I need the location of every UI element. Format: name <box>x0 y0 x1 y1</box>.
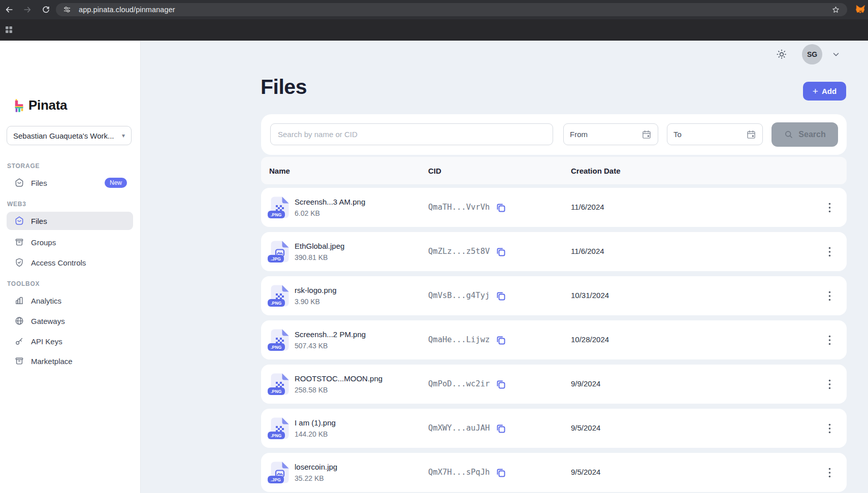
site-settings-icon[interactable] <box>63 6 71 16</box>
browser-refresh-button[interactable] <box>40 4 52 16</box>
sidebar-item-marketplace[interactable]: Marketplace <box>7 352 133 370</box>
address-bar[interactable]: app.pinata.cloud/pinmanager <box>56 3 847 16</box>
table-header: Name CID Creation Date <box>261 157 847 184</box>
search-input[interactable] <box>270 123 553 145</box>
tab-grid-icon[interactable] <box>5 26 13 36</box>
copy-cid-button[interactable] <box>495 422 507 435</box>
sidebar-item-label: Files <box>31 179 47 187</box>
table-row[interactable]: .JPG losercoin.jpg 35.22 KB QmX7H...sPqJ… <box>261 453 847 492</box>
file-name: EthGlobal.jpeg <box>295 242 344 250</box>
browser-forward-button[interactable] <box>21 4 34 16</box>
metamask-extension-icon[interactable] <box>855 4 866 17</box>
sidebar-item-files-storage[interactable]: Files New <box>7 174 133 192</box>
file-size: 6.02 KB <box>295 209 320 217</box>
file-extension-badge: .PNG <box>268 343 285 351</box>
kebab-menu-icon <box>828 335 831 345</box>
box-icon <box>14 356 24 366</box>
file-type-icon: .PNG <box>270 284 290 307</box>
file-cid: QmaHe...Lijwz <box>428 335 490 344</box>
row-menu-button[interactable] <box>823 422 836 435</box>
creation-date: 11/6/2024 <box>571 203 604 211</box>
sidebar-item-gateways[interactable]: Gateways <box>7 312 133 330</box>
add-button[interactable]: + Add <box>803 82 846 101</box>
row-menu-button[interactable] <box>823 378 836 391</box>
sidebar-item-access-controls[interactable]: Access Controls <box>7 253 133 272</box>
copy-icon <box>495 467 507 479</box>
section-label-storage: STORAGE <box>7 162 40 170</box>
sidebar-item-analytics[interactable]: Analytics <box>7 291 133 310</box>
copy-cid-button[interactable] <box>495 290 507 302</box>
file-type-icon: .PNG <box>270 196 290 219</box>
sidebar-item-label: Groups <box>31 238 56 247</box>
creation-date: 10/28/2024 <box>571 335 609 344</box>
file-name: Screensh...2 PM.png <box>295 330 366 339</box>
table-row[interactable]: .PNG ROOTSTOC...MOON.png 258.58 KB QmPoD… <box>261 365 847 404</box>
date-to-field[interactable]: To <box>667 123 763 145</box>
file-cid: QmPoD...wc2ir <box>428 379 490 388</box>
new-badge: New <box>105 178 127 188</box>
search-button-label: Search <box>798 130 825 139</box>
file-cid: QmZLz...z5t8V <box>428 247 490 256</box>
table-row[interactable]: .PNG Screensh...2 PM.png 507.43 KB QmaHe… <box>261 320 847 359</box>
table-row[interactable]: .PNG Screensh...3 AM.png 6.02 KB QmaTH..… <box>261 188 847 227</box>
file-type-icon: .PNG <box>270 417 290 440</box>
date-from-field[interactable]: From <box>563 123 658 145</box>
sidebar-item-groups[interactable]: Groups <box>7 233 133 251</box>
file-cid: QmXWY...auJAH <box>428 423 490 433</box>
search-button[interactable]: Search <box>771 122 838 147</box>
column-header-name: Name <box>269 157 290 184</box>
file-size: 507.43 KB <box>295 342 328 350</box>
table-row[interactable]: .PNG rsk-logo.png 3.90 KB QmVsB...g4Tyj … <box>261 276 847 315</box>
copy-icon <box>495 290 507 302</box>
file-name: rsk-logo.png <box>295 286 337 294</box>
copy-cid-button[interactable] <box>495 246 507 258</box>
theme-toggle-button[interactable] <box>775 47 789 61</box>
avatar-initials: SG <box>807 50 817 58</box>
calendar-icon <box>746 129 756 140</box>
row-menu-button[interactable] <box>823 245 836 258</box>
sidebar-item-api-keys[interactable]: API Keys <box>7 332 133 350</box>
pinata-logo[interactable]: Pinata <box>14 97 67 113</box>
kebab-menu-icon <box>828 468 831 478</box>
url-text: app.pinata.cloud/pinmanager <box>79 6 175 14</box>
copy-cid-button[interactable] <box>495 467 507 479</box>
file-size: 390.81 KB <box>295 253 328 261</box>
file-cid: QmaTH...VvrVh <box>428 203 490 212</box>
file-size: 35.22 KB <box>295 474 324 482</box>
file-extension-badge: .PNG <box>268 387 285 395</box>
from-label: From <box>570 130 641 139</box>
shield-check-icon <box>14 257 24 268</box>
copy-cid-button[interactable] <box>495 378 507 390</box>
row-menu-button[interactable] <box>823 466 836 479</box>
file-size: 144.20 KB <box>295 430 328 438</box>
copy-icon <box>495 422 507 435</box>
copy-cid-button[interactable] <box>495 202 507 214</box>
creation-date: 9/9/2024 <box>571 379 600 388</box>
workspace-selector[interactable]: Sebastian Guaqueta's Work... ▾ <box>7 126 132 145</box>
bookmark-star-icon[interactable] <box>831 5 841 17</box>
column-header-cid: CID <box>428 157 441 184</box>
files-icon <box>14 216 24 226</box>
filter-card: From To Search <box>261 114 847 155</box>
refresh-icon <box>41 5 51 15</box>
table-row[interactable]: .JPG EthGlobal.jpeg 390.81 KB QmZLz...z5… <box>261 232 847 271</box>
key-icon <box>14 336 24 346</box>
table-row[interactable]: .PNG I am (1).png 144.20 KB QmXWY...auJA… <box>261 409 847 448</box>
row-menu-button[interactable] <box>823 201 836 214</box>
search-icon <box>784 129 794 140</box>
avatar[interactable]: SG <box>802 44 822 64</box>
row-menu-button[interactable] <box>823 289 836 303</box>
browser-secondary-bar <box>0 19 868 41</box>
file-type-icon: .PNG <box>270 328 290 351</box>
copy-cid-button[interactable] <box>495 334 507 346</box>
sidebar-item-files-web3[interactable]: Files <box>7 212 133 230</box>
browser-back-button[interactable] <box>3 4 15 16</box>
row-menu-button[interactable] <box>823 334 836 347</box>
copy-icon <box>495 246 507 258</box>
file-extension-badge: .PNG <box>268 211 285 218</box>
add-button-label: Add <box>822 87 837 95</box>
kebab-menu-icon <box>828 291 831 301</box>
pinata-logo-text: Pinata <box>28 97 67 113</box>
creation-date: 9/5/2024 <box>571 423 600 432</box>
account-menu-button[interactable] <box>831 50 841 61</box>
